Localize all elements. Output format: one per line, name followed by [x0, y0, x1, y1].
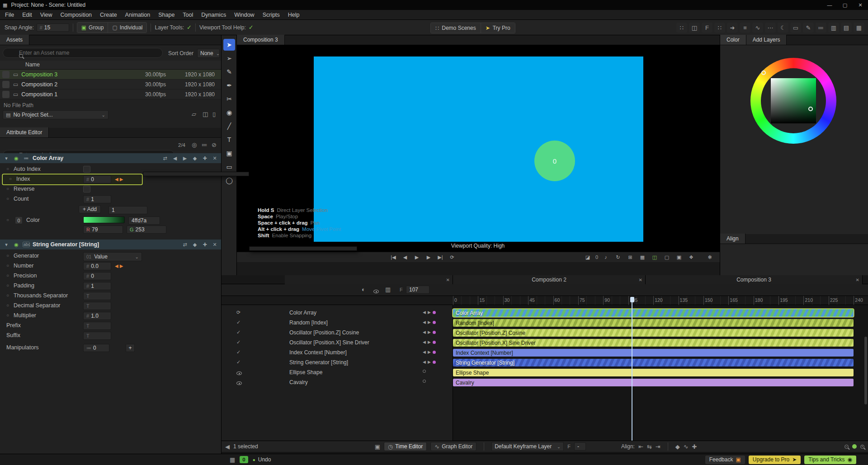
swap-connections-icon[interactable]: ⇄: [161, 155, 169, 161]
enabled-check-icon[interactable]: ✓: [236, 319, 241, 325]
folder-icon[interactable]: ▱: [192, 111, 196, 117]
refresh-icon[interactable]: ↻: [613, 253, 623, 262]
text-field[interactable]: T: [83, 322, 111, 330]
zoom-in-icon[interactable]: +: [860, 445, 864, 449]
number-field[interactable]: #0.0: [83, 262, 111, 270]
next-keyframe-icon[interactable]: ▶: [428, 350, 431, 354]
ease-icon[interactable]: ∿: [684, 444, 689, 450]
previous-keyframe-icon[interactable]: ◀: [423, 360, 426, 364]
swap-connections-icon[interactable]: ⇄: [181, 242, 189, 248]
rows-icon[interactable]: ▤: [841, 23, 852, 33]
color-tag-icon[interactable]: ◐: [362, 287, 365, 292]
next-keyframe-icon[interactable]: ▶: [120, 177, 123, 182]
saturation-value-square[interactable]: [771, 78, 816, 123]
visibility-eye-icon[interactable]: [236, 371, 242, 376]
color-hex-field[interactable]: 4ffd7a: [128, 216, 160, 225]
transform-tool[interactable]: ▣: [223, 147, 235, 159]
time-editor-button[interactable]: ◷Time Editor: [384, 442, 427, 451]
collapse-caret-icon[interactable]: ▾: [3, 155, 10, 161]
demo-scenes-button[interactable]: ∷Demo Scenes: [431, 23, 481, 33]
current-frame-field[interactable]: 107: [406, 286, 429, 294]
visibility-eye-icon[interactable]: [236, 380, 242, 386]
number-field[interactable]: #1: [83, 195, 111, 203]
try-pro-button[interactable]: ➤Try Pro: [481, 23, 515, 33]
panels-icon[interactable]: ◫: [689, 23, 700, 33]
track-bar-oscillator-position-x-sine-driver[interactable]: Oscillator [Position.X] Sine Driver: [453, 339, 854, 347]
align-keys-left-icon[interactable]: ⇤: [638, 444, 643, 450]
previous-keyframe-icon[interactable]: ◀: [423, 350, 426, 354]
color-marker[interactable]: [808, 107, 813, 111]
asset-row-composition-3[interactable]: ▭Composition 330.00fps1920 x 1080: [0, 70, 221, 80]
pixel-grid-icon[interactable]: ▦: [638, 253, 647, 262]
gear-icon[interactable]: ✻: [705, 253, 714, 262]
asset-search-input[interactable]: [19, 50, 159, 56]
color-array-section-header[interactable]: ▾ ◉ ≔ Color Array ⇄ ◀ ▶ ◆ ✚ ✕: [0, 153, 221, 163]
undo-label[interactable]: Undo: [258, 456, 271, 463]
next-key-icon[interactable]: ▶: [181, 155, 189, 161]
keyframe-circle-icon[interactable]: [423, 370, 426, 373]
layer-row-cavalry[interactable]: Cavalry: [222, 379, 453, 386]
back-icon[interactable]: ◀: [225, 444, 230, 450]
menu-tool[interactable]: Tool: [179, 10, 197, 20]
name-column-header[interactable]: Name: [25, 61, 40, 68]
add-icon[interactable]: ✚: [201, 155, 208, 161]
assets-tab[interactable]: Assets: [0, 35, 29, 45]
keyframe-dot-icon[interactable]: ○: [6, 303, 9, 308]
number-field[interactable]: #0: [83, 272, 111, 280]
menu-window[interactable]: Window: [230, 10, 258, 20]
string-generator-section-header[interactable]: ▾ ◉ abc String Generator [String] ⇄ ◆ ✚ …: [0, 240, 221, 249]
track-bar-cavalry[interactable]: Cavalry: [453, 379, 854, 386]
grid-layout-icon[interactable]: ▦: [854, 23, 864, 33]
tab-color[interactable]: Color: [720, 35, 746, 45]
line-tool[interactable]: ╱: [223, 120, 235, 132]
individual-toggle[interactable]: ▢Individual: [108, 23, 146, 33]
trash-icon[interactable]: ▯: [212, 111, 216, 117]
enabled-check-icon[interactable]: ✓: [236, 339, 241, 345]
loop-button[interactable]: ⟳: [448, 253, 457, 262]
asset-row-composition-2[interactable]: ▭Composition 230.00fps1920 x 1080: [0, 80, 221, 89]
track-bar-string-generator-string[interactable]: String Generator [String]: [453, 359, 854, 366]
timeline-tab-composition-3[interactable]: Composition 3✕: [646, 275, 863, 284]
add-key-icon[interactable]: ✚: [692, 444, 697, 450]
color-wheel[interactable]: [750, 58, 836, 144]
align-keys-right-icon[interactable]: ⇥: [656, 444, 660, 450]
align-tab[interactable]: Align: [720, 234, 745, 244]
draw-tool[interactable]: ✎: [223, 66, 235, 78]
ruler-icon[interactable]: ▭: [790, 23, 801, 33]
minimize-button[interactable]: —: [822, 0, 837, 10]
group-toggle[interactable]: ▣Group: [77, 23, 108, 33]
viewport-tool-help-checkbox[interactable]: ✓: [249, 24, 254, 31]
playhead-handle[interactable]: [630, 297, 634, 302]
camera-tool[interactable]: ◉: [223, 107, 235, 118]
add-manipulator-button[interactable]: +: [126, 344, 135, 352]
ellipse-shape[interactable]: 0: [534, 141, 575, 181]
columns-icon[interactable]: ▥: [828, 23, 839, 33]
next-keyframe-icon[interactable]: ▶: [428, 310, 431, 315]
color-gradient-swatch[interactable]: [83, 216, 125, 223]
green-field[interactable]: G253: [127, 225, 166, 234]
track-bar-oscillator-position-z-cosine[interactable]: Oscillator [Position.Z] Cosine: [453, 329, 854, 337]
previous-frame-button[interactable]: ◀: [401, 253, 410, 262]
hue-marker[interactable]: [761, 70, 766, 75]
track-bar-color-array[interactable]: Color Array: [453, 309, 854, 317]
text-tool[interactable]: T: [223, 134, 235, 146]
enabled-check-icon[interactable]: ✓: [236, 349, 241, 355]
keyframe-dot-icon[interactable]: ○: [6, 186, 9, 191]
menu-help[interactable]: Help: [284, 10, 304, 20]
keyframe-dot-icon[interactable]: ○: [6, 263, 9, 268]
close-tab-icon[interactable]: ✕: [446, 277, 450, 282]
track-bar-ellipse-shape[interactable]: Ellipse Shape: [453, 369, 854, 376]
next-keyframe-icon[interactable]: ▶: [428, 360, 431, 364]
layer-tools-checkbox[interactable]: ✓: [187, 24, 192, 31]
search-options-icon[interactable]: ◎: [192, 142, 197, 148]
keyframe-dot-icon[interactable]: ○: [6, 293, 9, 298]
collapse-caret-icon[interactable]: ▾: [3, 242, 10, 248]
previous-keyframe-icon[interactable]: ◀: [115, 177, 118, 182]
asset-color-chip[interactable]: [2, 71, 9, 78]
panel-layout-icon[interactable]: ▦: [230, 457, 235, 463]
previous-key-icon[interactable]: ◀: [171, 155, 179, 161]
enabled-check-icon[interactable]: ✓: [236, 359, 241, 365]
add-entry-button[interactable]: + Add: [79, 205, 101, 213]
menu-scripts[interactable]: Scripts: [259, 10, 284, 20]
knife-tool[interactable]: ✂: [223, 93, 235, 105]
